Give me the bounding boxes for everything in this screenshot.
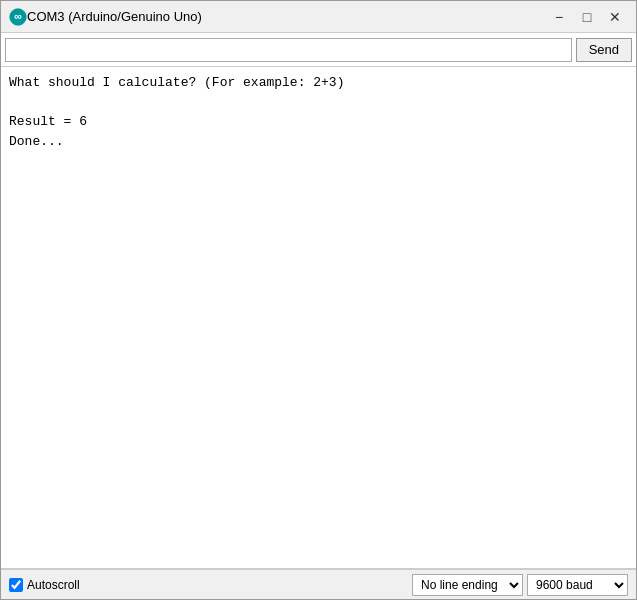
minimize-button[interactable]: − (546, 6, 572, 28)
window-title: COM3 (Arduino/Genuino Uno) (27, 9, 546, 24)
window-controls: − □ ✕ (546, 6, 628, 28)
svg-text:∞: ∞ (14, 10, 22, 22)
status-right: No line endingNewlineCarriage returnBoth… (412, 574, 628, 596)
serial-input[interactable] (5, 38, 572, 62)
title-bar: ∞ COM3 (Arduino/Genuino Uno) − □ ✕ (1, 1, 636, 33)
autoscroll-label: Autoscroll (27, 578, 80, 592)
close-button[interactable]: ✕ (602, 6, 628, 28)
send-button[interactable]: Send (576, 38, 632, 62)
serial-output-area: What should I calculate? (For example: 2… (1, 67, 636, 569)
autoscroll-checkbox[interactable] (9, 578, 23, 592)
maximize-button[interactable]: □ (574, 6, 600, 28)
toolbar: Send (1, 33, 636, 67)
line-ending-select[interactable]: No line endingNewlineCarriage returnBoth… (412, 574, 523, 596)
baud-rate-select[interactable]: 300 baud1200 baud2400 baud4800 baud9600 … (527, 574, 628, 596)
main-window: ∞ COM3 (Arduino/Genuino Uno) − □ ✕ Send … (0, 0, 637, 600)
status-bar: Autoscroll No line endingNewlineCarriage… (1, 569, 636, 599)
arduino-icon: ∞ (9, 8, 27, 26)
autoscroll-area: Autoscroll (9, 578, 412, 592)
